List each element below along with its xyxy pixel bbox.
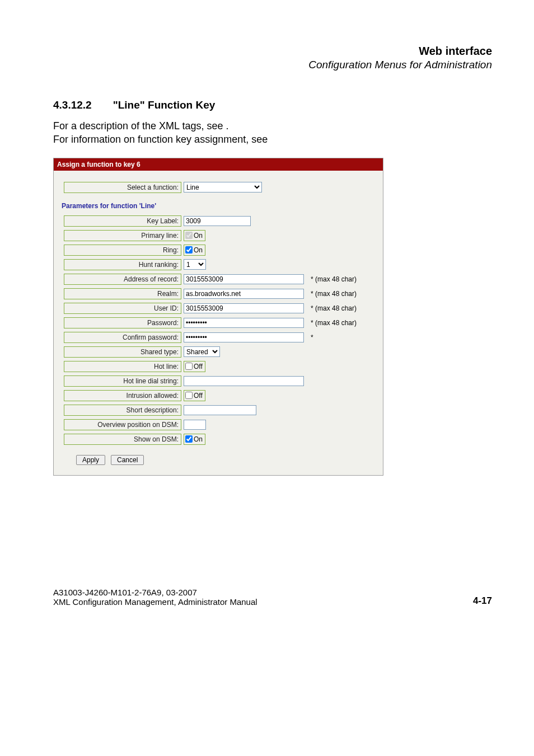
- select-function-label: Select a function:: [64, 182, 181, 193]
- ring-checkbox[interactable]: [185, 246, 193, 253]
- ring-label: Ring:: [64, 245, 181, 256]
- primary-line-label: Primary line:: [64, 230, 181, 241]
- address-of-record-label: Address of record:: [64, 274, 181, 285]
- intrusion-allowed-label: Intrusion allowed:: [64, 390, 181, 401]
- user-id-input[interactable]: [184, 303, 304, 313]
- page-header-title: Web interface: [53, 45, 492, 58]
- realm-label: Realm:: [64, 288, 181, 299]
- realm-input[interactable]: [184, 289, 304, 299]
- short-description-label: Short description:: [64, 405, 181, 416]
- user-id-label: User ID:: [64, 303, 181, 314]
- show-on-dsm-label: Show on DSM:: [64, 434, 181, 445]
- password-label: Password:: [64, 317, 181, 328]
- footer-line-2: XML Configuration Management, Administra…: [53, 597, 257, 607]
- hot-line-dial-string-label: Hot line dial string:: [64, 375, 181, 387]
- hot-line-dial-string-input[interactable]: [184, 376, 304, 386]
- confirm-password-input[interactable]: [184, 332, 304, 342]
- show-on-dsm-checkbox[interactable]: [185, 435, 193, 443]
- shared-type-label: Shared type:: [64, 346, 181, 358]
- show-on-dsm-state: On: [194, 435, 203, 443]
- config-panel: Assign a function to key 6 Select a func…: [53, 158, 383, 476]
- footer-page-number: 4-17: [473, 595, 492, 607]
- primary-line-checkbox: [185, 232, 193, 239]
- body-line-2: For information on function key assignme…: [53, 133, 492, 146]
- shared-type-select[interactable]: Shared: [184, 346, 220, 357]
- address-of-record-hint: * (max 48 char): [311, 275, 357, 283]
- select-function-dropdown[interactable]: Line: [184, 182, 262, 192]
- section-number: 4.3.12.2: [53, 99, 92, 111]
- body-line-1: For a description of the XML tags, see .: [53, 119, 492, 133]
- password-hint: * (max 48 char): [311, 319, 357, 327]
- realm-hint: * (max 48 char): [311, 290, 357, 298]
- key-label-input[interactable]: [184, 216, 251, 226]
- panel-title: Assign a function to key 6: [54, 158, 383, 171]
- section-title: "Line" Function Key: [113, 99, 216, 111]
- apply-button[interactable]: Apply: [76, 455, 105, 465]
- hunt-ranking-select[interactable]: 1: [184, 259, 206, 270]
- section-heading: 4.3.12.2"Line" Function Key: [53, 99, 492, 111]
- short-description-input[interactable]: [184, 405, 256, 415]
- primary-line-state: On: [194, 232, 203, 240]
- overview-position-dsm-label: Overview position on DSM:: [64, 419, 181, 430]
- password-input[interactable]: [184, 318, 304, 328]
- footer-line-1: A31003-J4260-M101-2-76A9, 03-2007: [53, 588, 257, 597]
- page-header-subtitle: Configuration Menus for Administration: [53, 59, 492, 71]
- user-id-hint: * (max 48 char): [311, 304, 357, 312]
- hunt-ranking-label: Hunt ranking:: [64, 259, 181, 270]
- overview-position-dsm-input[interactable]: [184, 420, 206, 430]
- intrusion-allowed-state: Off: [194, 392, 203, 400]
- address-of-record-input[interactable]: [184, 274, 304, 284]
- parameters-heading: Parameters for function 'Line': [62, 202, 377, 210]
- ring-state: On: [194, 246, 203, 254]
- intrusion-allowed-checkbox[interactable]: [185, 392, 193, 399]
- confirm-password-hint: *: [311, 334, 313, 341]
- hot-line-label: Hot line:: [64, 361, 181, 372]
- cancel-button[interactable]: Cancel: [111, 455, 144, 465]
- hot-line-state: Off: [194, 363, 203, 370]
- hot-line-checkbox[interactable]: [185, 363, 193, 370]
- confirm-password-label: Confirm password:: [64, 332, 181, 343]
- key-label-label: Key Label:: [64, 215, 181, 227]
